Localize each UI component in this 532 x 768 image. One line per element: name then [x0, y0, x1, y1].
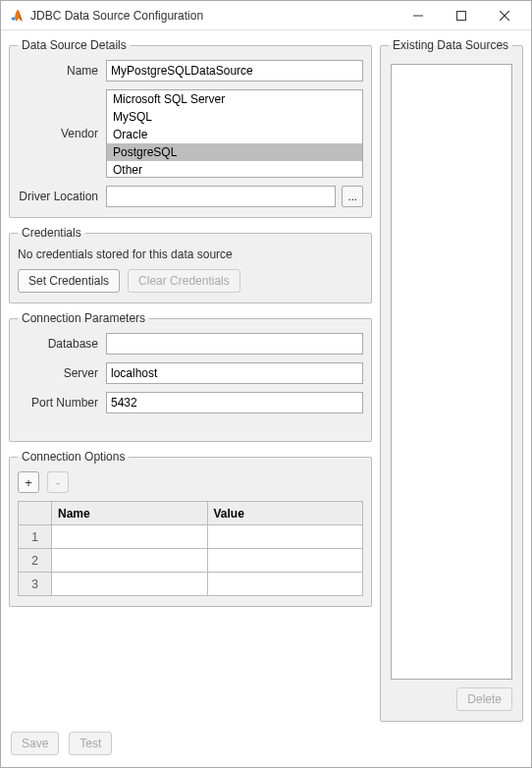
browse-button[interactable]: ... [342, 186, 363, 207]
left-column: Data Source Details Name Vendor Microsof… [9, 38, 372, 722]
database-label: Database [18, 337, 106, 351]
database-input[interactable] [106, 333, 363, 355]
table-row: 2 [19, 549, 363, 573]
vendor-option[interactable]: PostgreSQL [107, 143, 362, 161]
matlab-icon [9, 8, 25, 24]
option-value-cell[interactable] [207, 573, 363, 596]
server-label: Server [18, 366, 106, 380]
existing-legend: Existing Data Sources [389, 38, 512, 52]
credentials-note: No credentials stored for this data sour… [18, 247, 363, 261]
save-button[interactable]: Save [11, 732, 59, 755]
port-label: Port Number [18, 396, 106, 410]
name-label: Name [18, 64, 106, 78]
add-option-button[interactable]: + [18, 471, 39, 493]
options-col-value: Value [207, 502, 363, 525]
table-row: 3 [19, 573, 363, 596]
option-name-cell[interactable] [52, 525, 208, 549]
name-input[interactable] [106, 60, 363, 82]
credentials-panel: Credentials No credentials stored for th… [9, 226, 372, 303]
options-col-name: Name [52, 502, 208, 525]
credentials-legend: Credentials [18, 226, 85, 240]
driver-location-label: Driver Location [18, 190, 106, 203]
set-credentials-button[interactable]: Set Credentials [18, 269, 120, 293]
option-value-cell[interactable] [207, 525, 363, 549]
vendor-option[interactable]: MySQL [107, 108, 362, 126]
svg-rect-1 [457, 11, 466, 20]
row-index: 2 [19, 549, 52, 573]
delete-button[interactable]: Delete [456, 687, 512, 711]
app-window: JDBC Data Source Configuration Data Sour… [0, 0, 532, 768]
footer-bar: Save Test [1, 730, 531, 767]
existing-data-sources-panel: Existing Data Sources Delete [380, 38, 523, 722]
titlebar: JDBC Data Source Configuration [1, 1, 531, 30]
server-input[interactable] [106, 362, 363, 384]
window-title: JDBC Data Source Configuration [30, 9, 405, 23]
titlebar-controls [405, 6, 523, 26]
connection-options-panel: Connection Options + - Name Value [9, 450, 372, 607]
options-legend: Connection Options [18, 450, 129, 464]
row-index: 1 [19, 525, 52, 549]
options-table: Name Value 1 2 [18, 501, 363, 596]
remove-option-button[interactable]: - [47, 471, 69, 493]
vendor-label: Vendor [18, 127, 106, 140]
driver-location-input[interactable] [106, 186, 336, 207]
option-name-cell[interactable] [52, 549, 208, 573]
port-input[interactable] [106, 392, 363, 413]
option-name-cell[interactable] [52, 573, 208, 596]
maximize-button[interactable] [449, 6, 474, 26]
test-button[interactable]: Test [69, 732, 112, 755]
vendor-option[interactable]: Microsoft SQL Server [107, 90, 362, 108]
content-area: Data Source Details Name Vendor Microsof… [1, 30, 531, 730]
data-source-details-panel: Data Source Details Name Vendor Microsof… [9, 38, 372, 218]
existing-sources-listbox[interactable] [391, 64, 512, 680]
minimize-button[interactable] [405, 6, 431, 26]
table-row: 1 [19, 525, 363, 549]
right-column: Existing Data Sources Delete [380, 38, 523, 722]
vendor-option[interactable]: Other [107, 161, 362, 178]
params-legend: Connection Parameters [18, 311, 149, 325]
vendor-option[interactable]: Oracle [107, 126, 362, 143]
row-index: 3 [19, 573, 52, 596]
option-value-cell[interactable] [207, 549, 363, 573]
row-header-blank [19, 502, 52, 525]
vendor-listbox[interactable]: Microsoft SQL Server MySQL Oracle Postgr… [106, 89, 363, 178]
close-button[interactable] [492, 6, 517, 26]
clear-credentials-button[interactable]: Clear Credentials [128, 269, 240, 293]
details-legend: Data Source Details [18, 38, 131, 52]
connection-parameters-panel: Connection Parameters Database Server Po… [9, 311, 372, 442]
